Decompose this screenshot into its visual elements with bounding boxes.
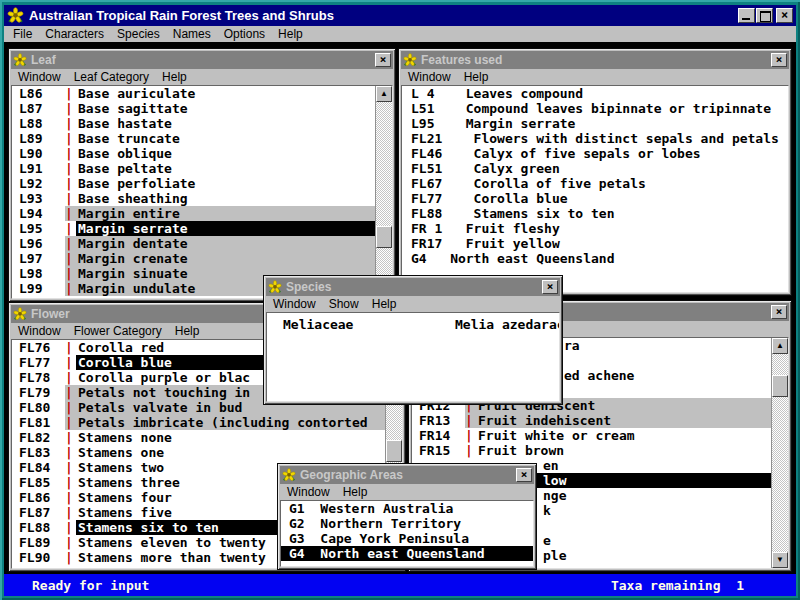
list-item[interactable]: FL81|Petals imbricate (including contort… [12,415,385,430]
feature-used-item[interactable]: G4 North east Queensland [402,251,788,266]
geo-area-item[interactable]: G3 Cape York Peninsula [281,531,533,546]
flower-icon [13,307,27,321]
separator-pipe: | [65,176,76,191]
features-used-list: L 4 Leaves compoundL51 Compound leaves b… [402,86,788,292]
scroll-down-icon[interactable]: ▼ [772,552,788,568]
separator-pipe: | [65,161,76,176]
separator-pipe: | [65,385,76,400]
menu-item-file[interactable]: File [13,27,32,41]
separator-pipe: | [65,86,76,101]
separator-pipe: | [65,131,76,146]
menu-item-help[interactable]: Help [278,27,303,41]
separator-pipe: | [65,490,76,505]
leaf-window: Leaf × WindowLeaf CategoryHelp L86|Base … [8,48,396,302]
feature-used-item[interactable]: FL88 Stamens six to ten [402,206,788,221]
menu-item-names[interactable]: Names [173,27,211,41]
menu-item-species[interactable]: Species [117,27,160,41]
menu-item-help[interactable]: Help [162,70,187,84]
scroll-up-icon[interactable]: ▲ [376,86,392,102]
separator-pipe: | [465,428,476,443]
list-item[interactable]: FL82|Stamens none [12,430,385,445]
menu-item-help[interactable]: Help [175,324,200,338]
feature-used-item[interactable]: L95 Margin serrate [402,116,788,131]
list-item[interactable]: L90|Base oblique [12,146,375,161]
menu-item-help[interactable]: Help [343,485,368,499]
feature-used-item[interactable]: FL21 Flowers with distinct sepals and pe… [402,131,788,146]
geo-area-item[interactable]: G1 Western Australia [281,501,533,516]
flower-icon [13,53,27,67]
list-item[interactable]: FR14|Fruit white or cream [412,428,771,443]
list-item[interactable]: L89|Base truncate [12,131,375,146]
menu-item-help[interactable]: Help [464,70,489,84]
menu-item-help[interactable]: Help [372,297,397,311]
close-icon[interactable]: × [542,280,558,294]
menu-item-window[interactable]: Window [273,297,316,311]
separator-pipe: | [65,550,76,565]
separator-pipe: | [65,400,76,415]
close-icon[interactable]: × [516,468,532,482]
leaf-window-menubar: WindowLeaf CategoryHelp [11,69,393,85]
list-item[interactable]: L95|Margin serrate [12,221,375,236]
features-used-titlebar[interactable]: Features used × [401,51,789,69]
maximize-button[interactable] [756,8,773,23]
list-item[interactable]: L96|Margin dentate [12,236,375,251]
feature-used-item[interactable]: FR 1 Fruit fleshy [402,221,788,236]
list-item[interactable]: L93|Base sheathing [12,191,375,206]
main-menubar: FileCharactersSpeciesNamesOptionsHelp [4,26,796,42]
list-item[interactable]: L94|Margin entire [12,206,375,221]
feature-used-item[interactable]: FL67 Corolla of five petals [402,176,788,191]
species-list-item[interactable]: Meliaceae Melia azedarach [267,317,559,332]
geo-area-item[interactable]: G4 North east Queensland [281,546,533,561]
list-item[interactable]: L97|Margin crenate [12,251,375,266]
species-name: Melia azedarach [455,317,560,332]
vertical-scrollbar[interactable]: ▲ ▼ [771,338,788,568]
vertical-scrollbar[interactable]: ▲ [375,86,392,298]
main-titlebar[interactable]: Australian Tropical Rain Forest Trees an… [4,5,796,26]
list-item[interactable]: L86|Base auriculate [12,86,375,101]
separator-pipe: | [65,505,76,520]
menu-item-leaf-category[interactable]: Leaf Category [74,70,149,84]
list-item[interactable]: FL83|Stamens one [12,445,385,460]
flower-icon [282,468,296,482]
list-item[interactable]: FR15|Fruit brown [412,443,771,458]
separator-pipe: | [465,443,476,458]
menu-item-window[interactable]: Window [18,70,61,84]
menu-item-window[interactable]: Window [287,485,330,499]
separator-pipe: | [65,415,76,430]
menu-item-window[interactable]: Window [18,324,61,338]
close-icon[interactable]: × [771,305,787,319]
list-item[interactable]: L87|Base sagittate [12,101,375,116]
close-icon[interactable]: × [375,53,391,67]
menu-item-characters[interactable]: Characters [45,27,104,41]
geo-area-item[interactable]: G2 Northern Territory [281,516,533,531]
list-item[interactable]: L91|Base peltate [12,161,375,176]
geographic-areas-titlebar[interactable]: Geographic Areas × [280,466,534,484]
species-family: Meliaceae [283,317,353,332]
leaf-window-titlebar[interactable]: Leaf × [11,51,393,69]
menu-item-window[interactable]: Window [408,70,451,84]
menu-item-flower-category[interactable]: Flower Category [74,324,162,338]
feature-used-item[interactable]: L 4 Leaves compound [402,86,788,101]
menu-item-options[interactable]: Options [224,27,265,41]
list-item[interactable]: FR13|Fruit indehiscent [412,413,771,428]
list-item[interactable]: L88|Base hastate [12,116,375,131]
feature-used-item[interactable]: FR17 Fruit yellow [402,236,788,251]
menu-item-show[interactable]: Show [329,297,359,311]
feature-used-item[interactable]: FL46 Calyx of five sepals or lobes [402,146,788,161]
scroll-thumb[interactable] [386,440,402,462]
scroll-up-icon[interactable]: ▲ [772,338,788,354]
features-used-menubar: WindowHelp [401,69,789,85]
close-button[interactable]: × [776,8,793,23]
species-window-titlebar[interactable]: Species × [266,278,560,296]
separator-pipe: | [65,221,76,236]
scroll-thumb[interactable] [376,226,392,248]
feature-used-item[interactable]: FL51 Calyx green [402,161,788,176]
close-icon[interactable]: × [771,53,787,67]
geographic-areas-menubar: WindowHelp [280,484,534,500]
feature-used-item[interactable]: L51 Compound leaves bipinnate or tripinn… [402,101,788,116]
list-item[interactable]: L92|Base perfoliate [12,176,375,191]
scroll-thumb[interactable] [772,375,788,397]
mdi-client-area: Leaf × WindowLeaf CategoryHelp L86|Base … [4,42,796,573]
minimize-button[interactable] [738,8,755,23]
feature-used-item[interactable]: FL77 Corolla blue [402,191,788,206]
